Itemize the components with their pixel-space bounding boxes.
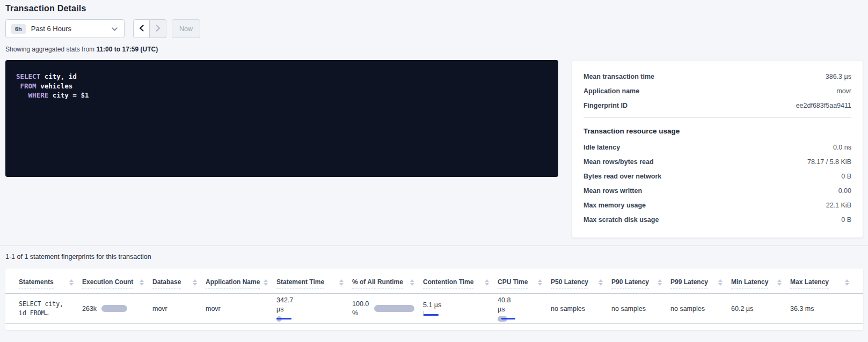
column-header-label[interactable]: Application Name	[206, 278, 260, 288]
column-header: % of All Runtime	[352, 278, 423, 288]
summary-row: Fingerprint ID ee2df683f5aa9411	[583, 98, 851, 113]
resource-usage-title: Transaction resource usage	[583, 123, 851, 140]
sort-icon[interactable]	[485, 278, 489, 286]
resource-usage-row: Bytes read over network 0 B	[583, 169, 851, 183]
column-header: Application Name	[206, 278, 276, 288]
sort-icon[interactable]	[538, 278, 542, 286]
column-header: Contention Time	[423, 278, 498, 288]
column-header: Max Latency	[790, 278, 858, 288]
summary-row: Mean transaction time 386.3 µs	[583, 69, 851, 84]
summary-value: 386.3 µs	[826, 73, 851, 80]
sql-statement-box: SELECT city, id FROM vehicles WHERE city…	[5, 60, 558, 177]
resource-usage-row: Idle latency 0.0 ns	[583, 140, 851, 154]
sql-keyword: FROM	[20, 82, 37, 90]
contention-time-bar	[423, 311, 441, 316]
execution-count-cell: 263k	[82, 305, 152, 313]
cpu-time-cell: 40.8 µs	[498, 296, 551, 322]
min-latency-cell: 60.2 µs	[731, 305, 790, 313]
column-header: Statement Time	[276, 278, 352, 288]
runtime-percent-cell: 100.0 %	[352, 300, 423, 318]
column-header: P50 Latency	[551, 278, 611, 288]
column-header-label[interactable]: Execution Count	[82, 278, 133, 288]
resource-usage-label: Mean rows/bytes read	[583, 158, 654, 166]
runtime-percent-bar	[374, 305, 414, 312]
application-name-cell: movr	[206, 305, 276, 313]
now-button[interactable]: Now	[172, 19, 200, 38]
p99-latency-cell: no samples	[670, 305, 731, 313]
column-header-label[interactable]: Contention Time	[423, 278, 473, 288]
sql-line: SELECT city, id	[16, 72, 548, 81]
page-header: Transaction Details 6h Past 6 Hours Now …	[0, 0, 868, 53]
sort-icon[interactable]	[410, 278, 414, 286]
resource-usage-label: Mean rows written	[583, 187, 642, 195]
column-header-label[interactable]: Min Latency	[731, 278, 768, 288]
resource-usage-value: 22.1 KiB	[826, 202, 851, 209]
resource-usage-value: 0 B	[841, 216, 851, 224]
sort-icon[interactable]	[658, 278, 662, 286]
column-header: Min Latency	[731, 278, 790, 288]
sort-icon[interactable]	[193, 278, 197, 286]
column-header-label[interactable]: Statements	[19, 278, 54, 288]
column-header: CPU Time	[498, 278, 551, 288]
main-content: SELECT city, id FROM vehicles WHERE city…	[5, 60, 863, 238]
column-header-label[interactable]: Max Latency	[790, 278, 829, 288]
chevron-left-icon	[139, 24, 144, 34]
column-header: Execution Count	[82, 278, 152, 288]
column-header: Statements	[19, 278, 82, 288]
sort-icon[interactable]	[69, 278, 74, 286]
sort-icon[interactable]	[599, 278, 603, 286]
summary-divider	[583, 117, 851, 118]
column-header-label[interactable]: Database	[152, 278, 181, 288]
column-header-label[interactable]: P90 Latency	[611, 278, 649, 288]
sort-icon[interactable]	[718, 278, 723, 286]
resource-usage-label: Idle latency	[583, 144, 620, 151]
next-time-button[interactable]	[150, 19, 166, 38]
sort-icon[interactable]	[140, 278, 144, 286]
sort-icon[interactable]	[845, 278, 849, 286]
summary-value: ee2df683f5aa9411	[796, 102, 851, 109]
column-header-label[interactable]: CPU Time	[498, 278, 528, 288]
column-header-label[interactable]: P99 Latency	[670, 278, 708, 288]
sql-keyword: WHERE	[28, 91, 49, 99]
column-header: P99 Latency	[670, 278, 731, 288]
resource-usage-row: Max scratch disk usage 0 B	[583, 212, 851, 227]
contention-time-cell: 5.1 µs	[423, 301, 498, 316]
prev-time-button[interactable]	[133, 19, 150, 38]
summary-label: Fingerprint ID	[583, 102, 628, 109]
sort-icon[interactable]	[264, 278, 268, 286]
resource-usage-value: 0.00	[838, 187, 851, 195]
summary-value: movr	[836, 87, 851, 95]
resource-usage-value: 0.0 ns	[833, 144, 851, 151]
transaction-summary-card: Mean transaction time 386.3 µs Applicati…	[572, 60, 863, 238]
max-latency-cell: 36.3 ms	[790, 305, 858, 313]
statement-time-bar	[276, 316, 295, 322]
statement-link[interactable]: SELECT city, id FROM…	[19, 300, 82, 318]
statement-time-cell: 342.7 µs	[276, 296, 352, 322]
sql-line: WHERE city = $1	[16, 91, 548, 100]
sql-line: FROM vehicles	[16, 81, 548, 91]
summary-label: Application name	[583, 87, 639, 95]
resource-usage-label: Max scratch disk usage	[583, 216, 659, 224]
section-divider	[0, 246, 868, 246]
statements-table-header: Statements Execution Count Database Appl…	[5, 269, 863, 294]
resource-usage-row: Max memory usage 22.1 KiB	[583, 198, 851, 212]
sql-keyword: SELECT	[16, 72, 40, 80]
time-range-dropdown[interactable]: 6h Past 6 Hours	[5, 19, 125, 38]
column-header-label[interactable]: Statement Time	[276, 278, 324, 288]
resource-usage-row: Mean rows/bytes read 78.17 / 5.8 KiB	[583, 154, 851, 169]
statements-count-caption: 1-1 of 1 statement fingerprints for this…	[5, 253, 868, 261]
time-range-label: Past 6 Hours	[31, 25, 112, 33]
column-header-label[interactable]: % of All Runtime	[352, 278, 403, 288]
execution-count-bar	[101, 305, 127, 312]
column-header-label[interactable]: P50 Latency	[551, 278, 588, 288]
database-cell: movr	[152, 305, 206, 313]
chevron-down-icon	[112, 26, 118, 32]
sort-icon[interactable]	[339, 278, 344, 286]
stats-time-range: 11:00 to 17:59 (UTC)	[96, 46, 158, 53]
sort-icon[interactable]	[777, 278, 782, 286]
statements-table: Statements Execution Count Database Appl…	[5, 269, 863, 330]
time-controls: 6h Past 6 Hours Now	[5, 19, 863, 38]
resource-usage-row: Mean rows written 0.00	[583, 183, 851, 198]
column-header: P90 Latency	[611, 278, 670, 288]
table-row: SELECT city, id FROM… 263k movr movr 342…	[5, 294, 863, 324]
